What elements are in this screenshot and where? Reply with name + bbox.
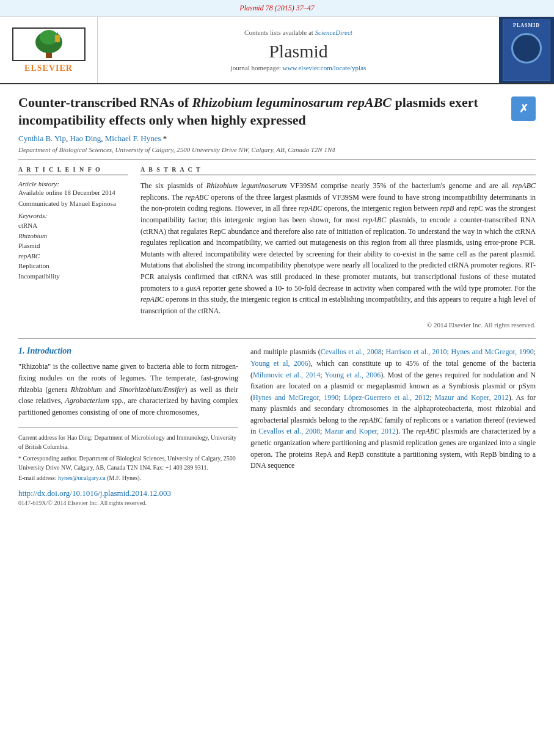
ref-mazur-koper-2012[interactable]: Mazur and Koper, 2012 [435,393,509,402]
intro-section: 1. Introduction "Rhizobia" is the collec… [18,338,536,506]
elsevier-wordmark: ELSEVIER [24,64,73,73]
crossmark-badge[interactable]: ✗ [511,96,536,121]
keyword-repabc: repABC [18,251,128,261]
top-banner: ELSEVIER Contents lists available at Sci… [0,17,554,84]
elsevier-logo-box [12,27,86,61]
abstract-text: The six plasmids of Rhizobium leguminosa… [140,180,536,316]
ref-young-2006[interactable]: Young et al, 2006 [250,359,308,368]
ref-milunovic-2014[interactable]: Milunovic et al., 2014 [253,371,320,379]
keyword-incompatibility: Incompatibility [18,271,128,282]
svg-rect-3 [55,35,60,42]
ref-hynes-mcgregor-1990[interactable]: Hynes and McGregor, 1990 [253,393,338,402]
journal-title-area: Contents lists available at ScienceDirec… [98,17,499,83]
journal-name-big: Plasmid [269,41,328,62]
email-link[interactable]: hynes@ucalgary.ca [58,474,106,481]
author-yip[interactable]: Cynthia B. Yip [18,134,66,143]
article-available-online: Available online 18 December 2014 [18,189,128,196]
keyword-plasmid: Plasmid [18,241,128,251]
ref-lopez-2012[interactable]: López-Guerrero et al., 2012 [344,393,429,402]
cover-circle [511,33,542,64]
intro-section-title: 1. Introduction [18,346,238,356]
elsevier-tree-icon [18,29,79,59]
plasmid-cover-area: PLASMID [499,17,554,83]
article-info-col: A R T I C L E I N F O Article history: A… [18,166,128,329]
affiliation-line: Department of Biological Sciences, Unive… [18,146,536,153]
footnote-2: * Corresponding author. Department of Bi… [18,454,238,472]
two-column-section: A R T I C L E I N F O Article history: A… [18,166,536,329]
homepage-line: journal homepage: www.elsevier.com/locat… [231,64,366,71]
article-main: Counter-transcribed RNAs of Rhizobium le… [0,84,554,516]
ref-cevallos-2008b[interactable]: Cevallos et al., 2008 [258,427,320,435]
article-history-label: Article history: [18,180,128,187]
ref-cevallos-2008[interactable]: Cevallos et al., 2008 [321,347,382,356]
keyword-rhizobium: Rhizobium [18,231,128,241]
journal-citation: Plasmid 78 (2015) 37–47 [239,4,314,12]
sciencedirect-link[interactable]: ScienceDirect [315,29,352,36]
article-title: Counter-transcribed RNAs of Rhizobium le… [18,94,505,129]
article-title-section: Counter-transcribed RNAs of Rhizobium le… [18,94,536,129]
ref-harrison-2010[interactable]: Harrison et al., 2010 [386,347,447,356]
license-line: 0147-619X/© 2014 Elsevier Inc. All right… [18,500,238,506]
footnote-email: E-mail address: hynes@ucalgary.ca (M.F. … [18,473,238,482]
author-ding[interactable]: Hao Ding [70,134,101,143]
abstract-col: A B S T R A C T The six plasmids of Rhiz… [140,166,536,329]
keyword-replication: Replication [18,261,128,271]
cover-plasmid-label: PLASMID [513,23,540,28]
footnote-section: Current address for Hao Ding: Department… [18,427,238,482]
intro-left-text: "Rhizobia" is the collective name given … [18,361,238,418]
ref-mazur-koper-2012b[interactable]: Mazur and Koper, 2012 [324,427,396,435]
homepage-link[interactable]: www.elsevier.com/locate/yplas [283,64,366,71]
contents-line: Contents lists available at ScienceDirec… [244,29,352,36]
authors-line: Cynthia B. Yip, Hao Ding, Michael F. Hyn… [18,134,536,144]
elsevier-logo-area: ELSEVIER [0,17,98,83]
keywords-label: Keywords: [18,212,128,219]
copyright-line: © 2014 Elsevier Inc. All rights reserved… [140,321,536,329]
article-communicated-by: Communicated by Manuel Espinosa [18,200,128,207]
doi-section: http://dx.doi.org/10.1016/j.plasmid.2014… [18,489,238,506]
intro-right-text: and multiple plasmids (Cevallos et al., … [250,346,536,471]
article-info-heading: A R T I C L E I N F O [18,166,128,175]
author-hynes[interactable]: Michael F. Hynes [105,134,161,143]
intro-left: 1. Introduction "Rhizobia" is the collec… [18,346,238,506]
ref-young-2006b[interactable]: Young et al., 2006 [324,371,381,379]
ref-hynes-1990[interactable]: Hynes and McGregor, 1990 [451,347,533,356]
intro-right: and multiple plasmids (Cevallos et al., … [250,346,536,506]
footnote-1: Current address for Hao Ding: Department… [18,433,238,451]
corresponding-star: * [163,134,167,143]
abstract-heading: A B S T R A C T [140,166,536,175]
plasmid-cover-img: PLASMID [503,20,550,81]
doi-link[interactable]: http://dx.doi.org/10.1016/j.plasmid.2014… [18,489,171,498]
divider-1 [18,159,536,160]
keyword-ctrna: ctRNA [18,220,128,231]
journal-header-bar: Plasmid 78 (2015) 37–47 [0,0,554,17]
